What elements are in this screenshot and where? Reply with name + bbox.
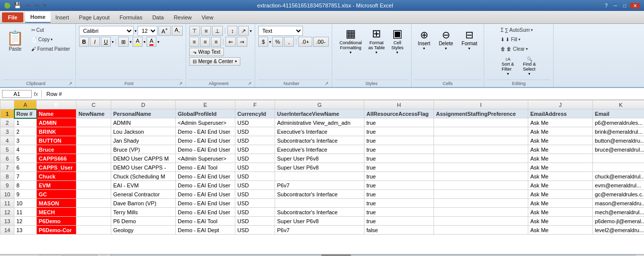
cell-G13[interactable]: Super User P6v8 — [275, 217, 364, 226]
cell-I7[interactable] — [434, 163, 528, 172]
cell-H13[interactable]: true — [364, 217, 434, 226]
cell-J14[interactable]: Ask Me — [528, 226, 593, 235]
cell-K13[interactable]: p6demo-jl@emeral... — [593, 217, 644, 226]
cell-C7[interactable] — [76, 163, 111, 172]
cell-F7[interactable]: USD — [235, 163, 275, 172]
paste-button[interactable]: 📋 Paste — [3, 26, 27, 56]
row-header-1[interactable]: 1 — [0, 109, 14, 118]
cell-K6[interactable] — [593, 154, 644, 163]
bold-button[interactable]: B — [79, 37, 89, 47]
cell-C8[interactable] — [76, 172, 111, 181]
cell-J8[interactable]: Ask Me — [528, 172, 593, 181]
col-header-g[interactable]: G — [275, 100, 364, 109]
align-left-button[interactable]: ≡ — [189, 37, 199, 47]
cell-F9[interactable]: USD — [235, 181, 275, 190]
font-size-down[interactable]: A- — [172, 26, 183, 36]
quick-access-dropdown[interactable]: ▾ — [42, 1, 47, 9]
copy-dropdown[interactable]: ▾ — [51, 37, 53, 42]
cell-C3[interactable] — [76, 127, 111, 136]
cell-C12[interactable] — [76, 208, 111, 217]
cell-J7[interactable]: Ask Me — [528, 163, 593, 172]
cell-G4[interactable]: Subcontractor's Interface — [275, 136, 364, 145]
cell-E2[interactable]: <Admin Superuser> — [176, 118, 235, 127]
cell-K9[interactable]: evm@emeraldrul... — [593, 181, 644, 190]
fill-dropdown[interactable]: ▾ — [518, 37, 520, 42]
cell-H11[interactable]: true — [364, 199, 434, 208]
cell-I10[interactable] — [434, 190, 528, 199]
cell-B4[interactable]: BUTTON — [37, 136, 76, 145]
cell-H14[interactable]: false — [364, 226, 434, 235]
text-direction-button[interactable]: ↕ — [227, 26, 237, 36]
italic-button[interactable]: I — [90, 37, 100, 47]
cell-D12[interactable]: Terry Mills — [111, 208, 176, 217]
cell-E3[interactable]: Demo - EAI End User — [176, 127, 235, 136]
cell-B10[interactable]: GC — [37, 190, 76, 199]
formulas-menu[interactable]: Formulas — [115, 12, 147, 22]
cell-A5[interactable]: 4 — [14, 145, 37, 154]
cell-H3[interactable]: true — [364, 127, 434, 136]
insert-button[interactable]: ⊕ Insert ▾ — [415, 26, 434, 53]
col-header-b[interactable]: B — [37, 100, 76, 109]
col-header-k[interactable]: K — [593, 100, 644, 109]
cell-D5[interactable]: Bruce (VP) — [111, 145, 176, 154]
cell-A13[interactable]: 12 — [14, 217, 37, 226]
cell-G10[interactable]: Subcontractor's Interface — [275, 190, 364, 199]
cell-E10[interactable]: Demo - EAI End User — [176, 190, 235, 199]
format-button[interactable]: ⊟ Format ▾ — [458, 26, 481, 53]
conditional-dropdown[interactable]: ▾ — [350, 50, 352, 55]
number-expand[interactable]: ↗ — [325, 81, 329, 86]
fill-color-button[interactable]: A — [133, 37, 143, 47]
col-header-h[interactable]: H — [364, 100, 434, 109]
cell-E11[interactable]: Demo - EAI End User — [176, 199, 235, 208]
cell-J11[interactable]: Ask Me — [528, 199, 593, 208]
cell-I4[interactable] — [434, 136, 528, 145]
minimize-btn[interactable]: ─ — [612, 3, 619, 8]
col-header-f[interactable]: F — [235, 100, 275, 109]
row-header-4[interactable]: 4 — [0, 136, 14, 145]
view-menu[interactable]: View — [197, 12, 218, 22]
cell-E12[interactable]: Demo - EAI End User — [176, 208, 235, 217]
cell-A14[interactable]: 13 — [14, 226, 37, 235]
insert-dropdown[interactable]: ▾ — [423, 46, 425, 51]
data-menu[interactable]: Data — [147, 12, 169, 22]
cell-E8[interactable]: Demo - EAI End User — [176, 172, 235, 181]
cell-A11[interactable]: 10 — [14, 199, 37, 208]
font-size-dropdown[interactable]: ▾ — [135, 29, 137, 33]
percent-button[interactable]: % — [272, 37, 283, 47]
cell-K8[interactable]: chuck@emeraldrul... — [593, 172, 644, 181]
cell-G12[interactable]: Subcontractor's Interface — [275, 208, 364, 217]
font-color-dropdown[interactable]: ▾ — [157, 40, 159, 44]
cell-B9[interactable]: EVM — [37, 181, 76, 190]
cell-A4[interactable]: 3 — [14, 136, 37, 145]
bottom-align-button[interactable]: ⊥ — [212, 26, 223, 36]
cell-G2[interactable]: Administrative View_adm_adn — [275, 118, 364, 127]
cell-J3[interactable]: Ask Me — [528, 127, 593, 136]
cell-F13[interactable]: USD — [235, 217, 275, 226]
cell-K3[interactable]: brink@emeraldrul... — [593, 127, 644, 136]
text-rotate-button[interactable]: ↗ — [238, 26, 249, 36]
row-header-8[interactable]: 8 — [0, 172, 14, 181]
cell-D7[interactable]: DEMO User CAPPS - — [111, 163, 176, 172]
page-layout-menu[interactable]: Page Layout — [74, 12, 115, 22]
cell-J6[interactable]: Ask Me — [528, 154, 593, 163]
cell-C5[interactable] — [76, 145, 111, 154]
cell-A10[interactable]: 9 — [14, 190, 37, 199]
cell-G7[interactable]: Super User P6v8 — [275, 163, 364, 172]
align-right-button[interactable]: ≡ — [211, 37, 221, 47]
cell-E9[interactable]: Demo - EAI End User — [176, 181, 235, 190]
cell-h1[interactable]: AllResourceAccessFlag — [364, 109, 434, 118]
cell-A9[interactable]: 8 — [14, 181, 37, 190]
cell-E5[interactable]: Demo - EAI End User — [176, 145, 235, 154]
cell-F4[interactable]: USD — [235, 136, 275, 145]
fill-button[interactable]: ⬇ ⬇ Fill ▾ — [498, 35, 523, 44]
cell-B8[interactable]: Chuck — [37, 172, 76, 181]
cell-I12[interactable] — [434, 208, 528, 217]
row-header-11[interactable]: 11 — [0, 199, 14, 208]
cell-C6[interactable] — [76, 154, 111, 163]
cell-J13[interactable]: Ask Me — [528, 217, 593, 226]
cell-C11[interactable] — [76, 199, 111, 208]
cell-H5[interactable]: true — [364, 145, 434, 154]
sort-filter-button[interactable]: ↕A Sort &Filter ▾ — [498, 54, 517, 79]
currency-dropdown[interactable]: ▾ — [269, 40, 271, 44]
cell-K7[interactable] — [593, 163, 644, 172]
